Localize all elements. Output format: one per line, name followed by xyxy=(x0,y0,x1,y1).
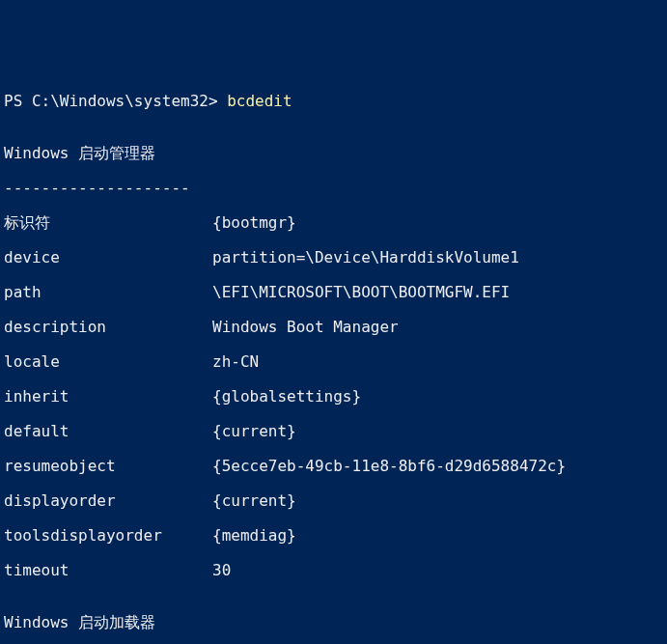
kv-val: {bootmgr} xyxy=(212,214,296,232)
kv-val: {current} xyxy=(212,492,296,510)
kv-key: default xyxy=(4,423,212,440)
kv-row: default{current} xyxy=(4,423,663,440)
kv-val: 30 xyxy=(212,562,231,579)
kv-key: inherit xyxy=(4,388,212,406)
kv-val: Windows Boot Manager xyxy=(212,319,399,336)
command-text: bcdedit xyxy=(227,93,292,110)
kv-val: \EFI\MICROSOFT\BOOT\BOOTMGFW.EFI xyxy=(212,284,510,301)
kv-row: inherit{globalsettings} xyxy=(4,388,663,406)
kv-val: zh-CN xyxy=(212,353,259,371)
kv-key: displayorder xyxy=(4,492,212,510)
kv-key: toolsdisplayorder xyxy=(4,527,212,545)
kv-val: {memdiag} xyxy=(212,527,296,545)
section-2-title: Windows 启动加载器 xyxy=(4,614,663,631)
kv-row: resumeobject{5ecce7eb-49cb-11e8-8bf6-d29… xyxy=(4,458,663,475)
kv-row: displayorder{current} xyxy=(4,492,663,510)
kv-key: locale xyxy=(4,353,212,371)
kv-key: device xyxy=(4,249,212,266)
kv-key: description xyxy=(4,319,212,336)
kv-row: descriptionWindows Boot Manager xyxy=(4,319,663,336)
kv-row: timeout30 xyxy=(4,562,663,579)
kv-val: {current} xyxy=(212,423,296,440)
kv-row: toolsdisplayorder{memdiag} xyxy=(4,527,663,545)
kv-val: {globalsettings} xyxy=(212,388,361,406)
kv-key: resumeobject xyxy=(4,458,212,475)
kv-key: 标识符 xyxy=(4,214,212,232)
ps-prompt: PS C:\Windows\system32> xyxy=(4,93,227,110)
section-1-title: Windows 启动管理器 xyxy=(4,145,663,162)
kv-key: timeout xyxy=(4,562,212,579)
terminal-output[interactable]: PS C:\Windows\system32> bcdedit Windows … xyxy=(4,75,663,644)
prompt-line-1: PS C:\Windows\system32> bcdedit xyxy=(4,93,663,110)
kv-row: path\EFI\MICROSOFT\BOOT\BOOTMGFW.EFI xyxy=(4,284,663,301)
section-1-underline: -------------------- xyxy=(4,180,663,197)
kv-row: localezh-CN xyxy=(4,353,663,371)
kv-key: path xyxy=(4,284,212,301)
kv-val: partition=\Device\HarddiskVolume1 xyxy=(212,249,519,266)
kv-val: {5ecce7eb-49cb-11e8-8bf6-d29d6588472c} xyxy=(212,458,566,475)
kv-row: 标识符{bootmgr} xyxy=(4,214,663,232)
kv-row: devicepartition=\Device\HarddiskVolume1 xyxy=(4,249,663,266)
